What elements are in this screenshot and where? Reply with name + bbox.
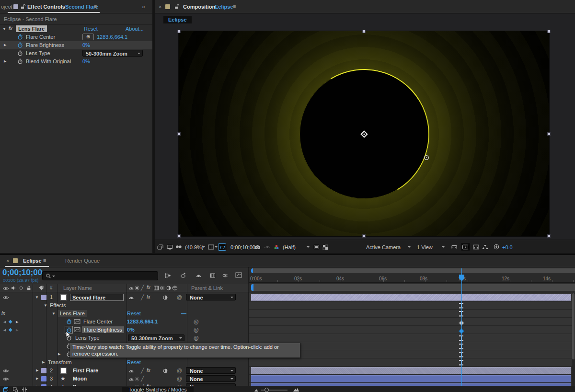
chevron-down-icon[interactable] [408, 246, 411, 249]
always-preview-icon[interactable] [157, 244, 163, 250]
prop-label[interactable]: Lens Type [75, 335, 100, 341]
vertical-scrollbar[interactable] [572, 293, 575, 386]
twirl-right-icon[interactable]: ▶ [4, 59, 6, 63]
panel-menu-icon[interactable]: ≡ [43, 257, 46, 263]
camera-dropdown[interactable]: Active Camera [366, 244, 401, 250]
stereo-3d-view-icon[interactable] [175, 244, 182, 249]
selection-handle[interactable] [177, 132, 181, 136]
expression-pick-whip-icon[interactable]: @ [194, 319, 199, 324]
eye-icon[interactable] [2, 295, 9, 300]
prop-label[interactable]: Flare Brightness [82, 326, 124, 333]
tab-composition[interactable]: Composition [183, 4, 215, 10]
layer-name[interactable]: Moon [73, 376, 87, 381]
comp-frame[interactable] [179, 31, 549, 236]
navigator-start-handle[interactable] [251, 268, 253, 273]
snapshot-icon[interactable] [254, 244, 261, 250]
prop-label[interactable]: Flare Brightness [26, 42, 64, 48]
stopwatch-icon[interactable] [17, 42, 23, 48]
label-color-chip[interactable] [41, 368, 46, 373]
twirl-right-icon[interactable]: ▶ [36, 377, 38, 380]
parent-dropdown[interactable]: None [186, 367, 236, 374]
prop-value[interactable]: 1283.6,664.1 [97, 34, 127, 40]
shy-toggle-icon[interactable] [128, 295, 134, 300]
toggle-switches-modes-button[interactable]: Toggle Switches / Modes [122, 387, 194, 392]
eye-icon[interactable] [2, 377, 9, 381]
primary-viewer-icon[interactable] [167, 244, 173, 250]
current-time-display[interactable]: 0;00;10;00 [2, 268, 42, 277]
timeline-zoom-knob[interactable] [264, 388, 269, 392]
twirl-down-icon[interactable]: ▼ [52, 311, 56, 316]
unlock-icon[interactable] [20, 4, 26, 10]
work-area-bar[interactable] [251, 284, 575, 291]
layer-bar-second-flare[interactable] [251, 294, 571, 301]
pick-whip-icon[interactable]: @ [177, 376, 182, 381]
effect-name[interactable]: Lens Flare [16, 25, 47, 32]
selection-handle[interactable] [362, 30, 366, 33]
grid-guides-icon[interactable] [208, 244, 214, 250]
effect-about-link[interactable]: About... [126, 26, 144, 32]
effect-name[interactable]: Lens Flare [58, 310, 87, 317]
expression-pick-whip-icon[interactable]: @ [194, 327, 199, 333]
pick-whip-icon[interactable]: @ [177, 294, 182, 300]
transform-group-row[interactable]: ▶ Transform Reset [0, 358, 249, 367]
keyframe-toggle-icon[interactable]: ◆ [9, 327, 12, 332]
layer-row-second-flare[interactable]: ▼ 1 Second Flare ╱ fx @ None [0, 293, 249, 301]
comp-mini-flowchart-icon[interactable] [164, 273, 171, 278]
effects-group-row[interactable]: ▼ Effects [0, 301, 249, 310]
comp-viewer[interactable] [155, 13, 575, 240]
prop-label[interactable]: Flare Center [26, 34, 55, 40]
edge-control-point[interactable] [424, 155, 429, 161]
work-area-start-handle[interactable] [251, 284, 253, 291]
transparency-grid-icon[interactable] [322, 244, 328, 250]
panel-menu-icon[interactable]: ≡ [94, 3, 97, 9]
pick-whip-icon[interactable]: @ [177, 368, 182, 373]
stopwatch-icon[interactable] [66, 319, 72, 324]
expand-transfer-controls-icon[interactable] [12, 387, 18, 392]
twirl-right-icon[interactable]: ▶ [4, 43, 6, 47]
selection-handle[interactable] [547, 234, 551, 238]
effect-reset-link[interactable]: Reset [84, 26, 98, 32]
keyframe-toggle-icon[interactable]: ◆ [9, 319, 12, 324]
shy-toggle-icon[interactable] [128, 376, 134, 382]
twirl-right-icon[interactable]: ▶ [36, 369, 38, 372]
frame-blending-icon[interactable] [210, 273, 216, 278]
layer-bar-moon[interactable] [251, 375, 571, 382]
expression-pick-whip-icon[interactable]: @ [194, 335, 199, 341]
panel-grabber-icon[interactable] [13, 4, 18, 9]
time-navigator-bar[interactable] [251, 268, 575, 273]
layer-name[interactable]: Second Flare [72, 295, 105, 300]
panel-menu-icon[interactable]: ≡ [233, 3, 236, 9]
panel-grabber-icon[interactable] [165, 4, 170, 9]
preview-time-display[interactable]: 0;00;10;00 [230, 244, 255, 250]
expand-in-out-panes-icon[interactable] [22, 387, 27, 392]
prev-keyframe-icon[interactable]: ◀ [3, 320, 6, 324]
selection-handle[interactable] [177, 30, 181, 33]
selection-handle[interactable] [177, 234, 181, 238]
tab-timeline-eclipse[interactable]: Eclipse [23, 258, 42, 264]
effect-reset-link[interactable]: Reset [127, 311, 141, 316]
prop-value[interactable]: 0% [82, 58, 90, 64]
flare-center-control-point[interactable] [360, 130, 368, 138]
layer-bar-first-flare[interactable] [251, 367, 571, 374]
selection-handle[interactable] [547, 132, 551, 136]
effect-row-lens-flare[interactable]: fx ▼ Lens Flare Reset — [0, 310, 249, 318]
layer-name-box[interactable]: Second Flare [70, 294, 124, 301]
lens-type-dropdown[interactable]: 50-300mm Zoom [82, 50, 143, 57]
motion-blur-toggle-icon[interactable] [162, 295, 168, 300]
quality-toggle-icon[interactable]: ╱ [141, 294, 144, 300]
unlock-icon[interactable] [174, 4, 180, 10]
magnification-dropdown[interactable]: (40.9%) [185, 244, 204, 250]
zoom-out-mountain-icon[interactable] [254, 388, 259, 392]
selection-handle[interactable] [362, 234, 366, 238]
prop-row-flare-brightness[interactable]: ◀ ◆ ▶ Flare Brightness 0% @ [0, 326, 249, 334]
prop-label[interactable]: Flare Center [83, 319, 113, 324]
search-input[interactable] [42, 271, 158, 280]
panel-overflow-icon[interactable]: » [142, 3, 145, 10]
resolution-dropdown[interactable]: (Half) [283, 244, 296, 250]
flowchart-button-icon[interactable] [482, 244, 488, 250]
prop-value[interactable]: 1283.6,664.1 [127, 319, 158, 324]
stopwatch-icon[interactable] [17, 50, 23, 56]
timeline-button-icon[interactable] [473, 244, 479, 250]
effect-point-button[interactable]: ⊕ [82, 34, 94, 40]
chevron-down-icon[interactable] [442, 246, 445, 249]
